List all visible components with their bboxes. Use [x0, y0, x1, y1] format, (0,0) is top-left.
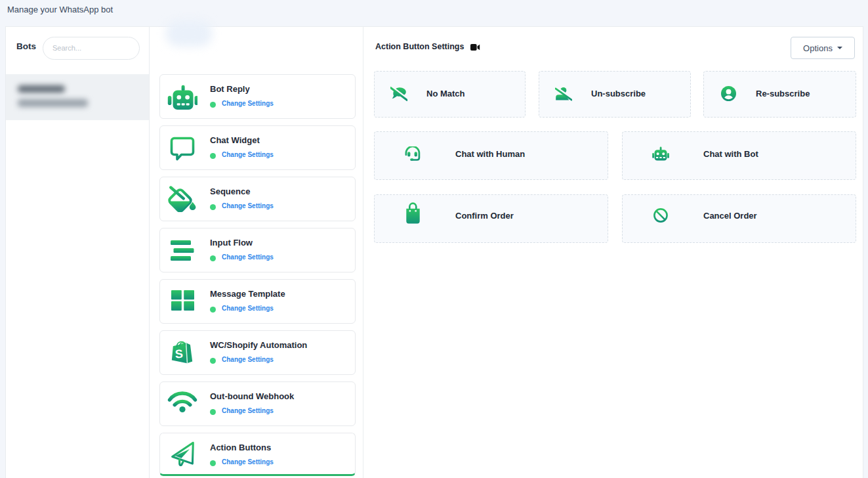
svg-text:S: S — [175, 347, 183, 360]
